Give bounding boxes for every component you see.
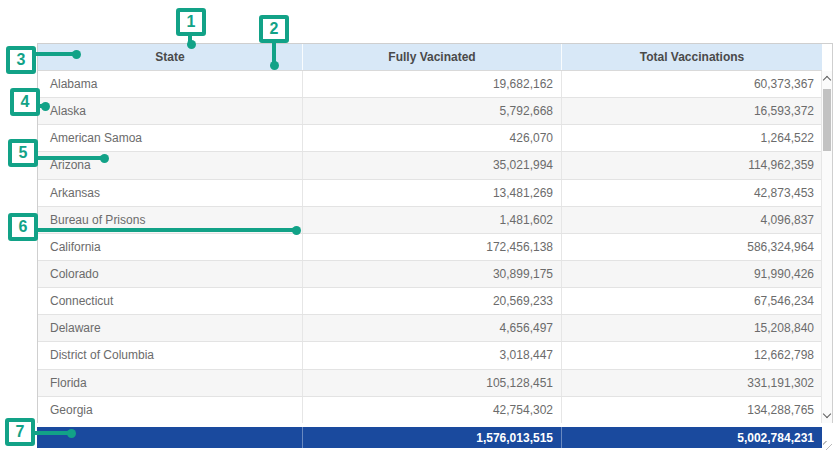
cell-total-vaccinations: 12,662,798 — [562, 342, 822, 368]
callout-3-dot — [72, 50, 81, 59]
cell-state: Georgia — [38, 397, 303, 423]
table-header-row: State Fully Vacinated Total Vaccinations — [38, 44, 822, 71]
cell-state: American Samoa — [38, 125, 303, 151]
total-cell-fully-vaccinated: 1,576,013,515 — [302, 427, 561, 448]
cell-state: California — [38, 234, 303, 260]
callout-2-dot — [270, 61, 279, 70]
table-row: Florida105,128,451331,191,302 — [38, 370, 822, 397]
cell-state: Florida — [38, 370, 303, 396]
cell-fully-vaccinated: 35,021,994 — [303, 152, 562, 178]
cell-state: Arkansas — [38, 180, 303, 206]
callout-2-connector — [272, 42, 276, 63]
cell-total-vaccinations: 91,990,426 — [562, 261, 822, 287]
table-row: Colorado30,899,17591,990,426 — [38, 261, 822, 288]
cell-fully-vaccinated: 172,456,138 — [303, 234, 562, 260]
callout-7: 7 — [5, 418, 35, 446]
callout-4: 4 — [10, 88, 40, 116]
table-row: Alabama19,682,16260,373,367 — [38, 71, 822, 98]
callout-5: 5 — [8, 139, 38, 167]
callout-4-dot — [41, 102, 50, 111]
callout-5-connector — [37, 156, 103, 160]
cell-state: District of Columbia — [38, 342, 303, 368]
column-header-total-vaccinations: Total Vaccinations — [562, 44, 822, 70]
table-row: District of Columbia3,018,44712,662,798 — [38, 342, 822, 369]
cell-total-vaccinations: 60,373,367 — [562, 71, 822, 97]
cell-total-vaccinations: 586,324,964 — [562, 234, 822, 260]
resize-grip[interactable] — [823, 441, 832, 450]
callout-7-connector — [34, 431, 70, 435]
callout-7-dot — [67, 429, 76, 438]
cell-fully-vaccinated: 30,899,175 — [303, 261, 562, 287]
cell-fully-vaccinated: 3,018,447 — [303, 342, 562, 368]
cell-total-vaccinations: 16,593,372 — [562, 98, 822, 124]
total-cell-total-vaccinations: 5,002,784,231 — [561, 427, 822, 448]
callout-5-dot — [100, 154, 109, 163]
callout-6: 6 — [8, 213, 38, 241]
scrollbar-thumb[interactable] — [823, 89, 831, 151]
vaccinations-table: State Fully Vacinated Total Vaccinations… — [37, 43, 833, 423]
column-header-fully-vaccinated: Fully Vacinated — [303, 44, 562, 70]
callout-3: 3 — [6, 46, 36, 74]
callout-6-connector — [36, 228, 294, 232]
cell-total-vaccinations: 1,264,522 — [562, 125, 822, 151]
callout-3-connector — [35, 52, 75, 56]
cell-fully-vaccinated: 105,128,451 — [303, 370, 562, 396]
cell-total-vaccinations: 15,208,840 — [562, 315, 822, 341]
vertical-scrollbar[interactable] — [821, 71, 832, 423]
callout-1-dot — [187, 40, 196, 49]
cell-total-vaccinations: 67,546,234 — [562, 288, 822, 314]
cell-fully-vaccinated: 1,481,602 — [303, 207, 562, 233]
scroll-up-button[interactable] — [822, 71, 832, 86]
chevron-up-icon — [823, 76, 831, 84]
callout-6-dot — [292, 226, 301, 235]
total-row: 1,576,013,515 5,002,784,231 — [37, 427, 822, 448]
cell-total-vaccinations: 114,962,359 — [562, 152, 822, 178]
cell-total-vaccinations: 4,096,837 — [562, 207, 822, 233]
callout-1: 1 — [176, 8, 206, 36]
cell-total-vaccinations: 42,873,453 — [562, 180, 822, 206]
table-row: Arizona35,021,994114,962,359 — [38, 152, 822, 179]
chevron-down-icon — [823, 410, 831, 418]
cell-total-vaccinations: 134,288,765 — [562, 397, 822, 423]
cell-state: Connecticut — [38, 288, 303, 314]
cell-fully-vaccinated: 426,070 — [303, 125, 562, 151]
table-row: Georgia42,754,302134,288,765 — [38, 397, 822, 423]
cell-state: Delaware — [38, 315, 303, 341]
table-row: Alaska5,792,66816,593,372 — [38, 98, 822, 125]
screenshot-canvas: State Fully Vacinated Total Vaccinations… — [0, 0, 833, 453]
table-body: Alabama19,682,16260,373,367Alaska5,792,6… — [38, 71, 822, 423]
cell-state: Alabama — [38, 71, 303, 97]
cell-fully-vaccinated: 19,682,162 — [303, 71, 562, 97]
cell-fully-vaccinated: 4,656,497 — [303, 315, 562, 341]
cell-fully-vaccinated: 13,481,269 — [303, 180, 562, 206]
cell-total-vaccinations: 331,191,302 — [562, 370, 822, 396]
table-row: Connecticut20,569,23367,546,234 — [38, 288, 822, 315]
cell-state: Alaska — [38, 98, 303, 124]
total-cell-state — [37, 427, 302, 448]
cell-fully-vaccinated: 42,754,302 — [303, 397, 562, 423]
scroll-down-button[interactable] — [822, 408, 832, 423]
table-row: Delaware4,656,49715,208,840 — [38, 315, 822, 342]
cell-fully-vaccinated: 20,569,233 — [303, 288, 562, 314]
cell-fully-vaccinated: 5,792,668 — [303, 98, 562, 124]
table-row: Arkansas13,481,26942,873,453 — [38, 180, 822, 207]
callout-2: 2 — [259, 15, 289, 43]
table-row: California172,456,138586,324,964 — [38, 234, 822, 261]
table-row: American Samoa426,0701,264,522 — [38, 125, 822, 152]
cell-state: Colorado — [38, 261, 303, 287]
